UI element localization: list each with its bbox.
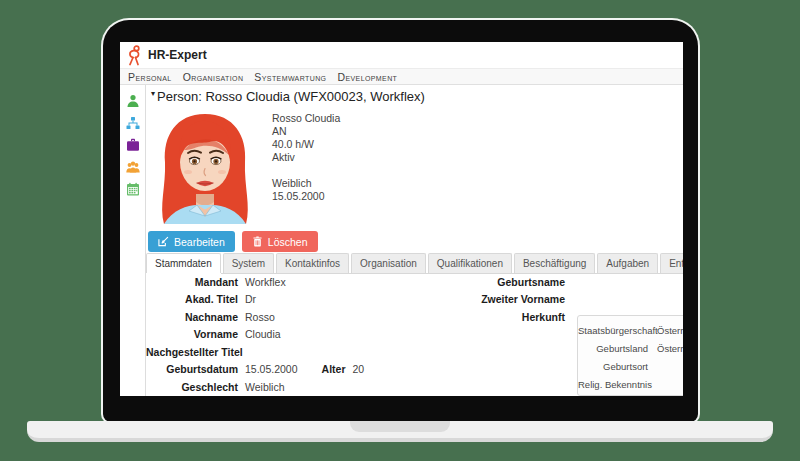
menu-item-organisation[interactable]: Organisation [183,71,244,83]
avatar [150,110,260,225]
delete-button[interactable]: Löschen [242,231,318,252]
group-icon[interactable] [126,160,140,174]
field-label: Geburtsname [446,276,565,288]
menu-bar: Personal Organisation Systemwartung Deve… [120,68,683,85]
field-value: Workflex [245,276,286,288]
field-geburtsland: Geburtsland Österreich [578,339,683,357]
field-label: Vorname [146,328,238,340]
person-summary: Rosso Cloudia AN 40.0 h/W Aktiv Weiblich… [272,112,340,203]
stammdaten-form: Mandant Workflex Akad. Titel Dr Nachname… [146,273,683,396]
page-title-text: Person: Rosso Cloudia (WFX00023, Workfle… [157,89,425,104]
laptop-screen-bezel: HR-Expert Personal Organisation Systemwa… [103,20,698,422]
field-zweiter-vorname: Zweiter Vorname [446,291,565,309]
field-herkunft: Herkunft [446,308,565,326]
field-akad-titel: Akad. Titel Dr [146,291,683,309]
field-label: Staatsbürgerschaft [578,325,648,336]
field-value: Österreich [657,343,683,354]
summary-status: Aktiv [272,151,340,164]
field-value: Weiblich [245,381,285,393]
collapse-caret-icon[interactable]: ▾ [151,89,155,98]
main-content: ▾Person: Rosso Cloudia (WFX00023, Workfl… [146,85,683,396]
herkunft-panel: Staatsbürgerschaft Österreich Geburtslan… [577,315,683,396]
action-row: Bearbeiten Löschen [148,231,318,252]
tab-stammdaten[interactable]: Stammdaten [146,253,221,273]
tab-bar: Stammdaten System Kontaktinfos Organisat… [146,253,683,274]
tab-organisation[interactable]: Organisation [351,253,426,273]
sidebar [120,85,146,396]
trash-icon [252,236,263,247]
orgchart-icon[interactable] [126,116,140,130]
field-value-alter: 20 [353,363,365,375]
field-label: Geburtsland [578,343,648,354]
field-label-alter: Alter [322,363,346,375]
menu-item-systemwartung[interactable]: Systemwartung [254,71,326,83]
page-title: ▾Person: Rosso Cloudia (WFX00023, Workfl… [151,89,425,104]
field-label: Geschlecht [146,381,238,393]
calendar-icon[interactable] [126,182,140,196]
tab-entwicklung[interactable]: Entwicklung [660,253,683,273]
edit-button[interactable]: Bearbeiten [148,231,235,252]
person-icon[interactable] [126,94,140,108]
field-label: Nachgestellter Titel [146,346,238,358]
field-value: Österreich [657,325,683,336]
tab-kontaktinfos[interactable]: Kontaktinfos [276,253,349,273]
field-value: 15.05.2000 [245,363,298,375]
field-staatsbuergerschaft: Staatsbürgerschaft Österreich [578,321,683,339]
summary-hours: 40.0 h/W [272,138,340,151]
tab-qualifikationen[interactable]: Qualifikationen [428,253,512,273]
field-label: Relig. Bekenntnis [578,379,648,390]
laptop-notch [350,421,450,432]
app-window: HR-Expert Personal Organisation Systemwa… [120,42,683,396]
form-right-column: Geburtsname Zweiter Vorname Herkunft [446,273,565,326]
app-header: HR-Expert [120,42,683,68]
summary-employee-type: AN [272,125,340,138]
field-label: Nachname [146,311,238,323]
tab-beschaeftigung[interactable]: Beschäftigung [514,253,595,273]
field-label: Herkunft [446,311,565,323]
field-value: Dr [245,293,256,305]
field-value: Cloudia [245,328,281,340]
page-background: { "window": { "brand": "HR-Expert" }, "m… [0,0,800,461]
brand-name: HR-Expert [148,48,207,62]
menu-item-personal[interactable]: Personal [128,71,172,83]
summary-gender: Weiblich [272,177,340,190]
summary-name: Rosso Cloudia [272,112,340,125]
field-label: Zweiter Vorname [446,293,565,305]
field-geburtsort: Geburtsort [578,357,683,375]
summary-birthdate: 15.05.2000 [272,190,340,203]
field-label: Geburtsdatum [146,363,238,375]
app-body: ▾Person: Rosso Cloudia (WFX00023, Workfl… [120,85,683,396]
field-label: Geburtsort [578,361,648,372]
hr-expert-logo-icon [125,45,142,66]
tab-system[interactable]: System [223,253,274,273]
menu-item-development[interactable]: Development [337,71,397,83]
briefcase-icon[interactable] [126,138,140,152]
field-label: Akad. Titel [146,293,238,305]
laptop-base [27,421,773,442]
tab-aufgaben[interactable]: Aufgaben [597,253,658,273]
field-mandant: Mandant Workflex [146,273,683,291]
field-label: Mandant [146,276,238,288]
field-relig-bekenntnis: Relig. Bekenntnis [578,375,683,393]
edit-pencil-icon [158,236,169,247]
field-geburtsname: Geburtsname [446,273,565,291]
field-value: Rosso [245,311,275,323]
